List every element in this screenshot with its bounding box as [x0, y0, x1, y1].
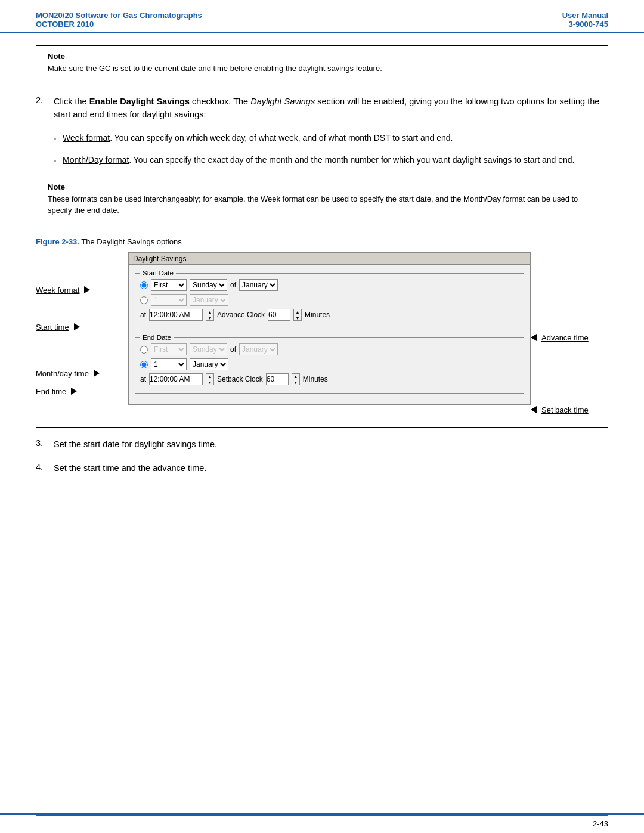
note-box-1: Note Make sure the GC is set to the curr… [36, 45, 608, 82]
advance-time-label-row: Advance time [531, 330, 608, 345]
start-radio-1[interactable] [140, 281, 148, 289]
bullet-text-1: Week format. You can specify on which we… [63, 132, 453, 144]
dialog-box: Daylight Savings Start Date First Su [128, 252, 531, 405]
end-january-select-2[interactable]: January [190, 358, 228, 370]
start-time-input[interactable] [149, 309, 203, 321]
bullet-underline-2: Month/Day format [63, 155, 129, 165]
advance-up[interactable]: ▲ [294, 309, 301, 315]
advance-time-arrow [531, 334, 537, 341]
main-content: Note Make sure the GC is set to the curr… [0, 33, 644, 498]
advance-spinner[interactable]: ▲ ▼ [293, 309, 302, 321]
end-time-spinner[interactable]: ▲ ▼ [206, 373, 214, 385]
step-3-text: Set the start date for daylight savings … [54, 438, 217, 451]
bullet-underline-1: Week format [63, 133, 110, 143]
page: MON20/20 Software for Gas Chromatographs… [0, 0, 644, 833]
week-format-label: Week format [36, 286, 79, 295]
week-format-arrow [84, 286, 90, 293]
bullet-list: · Week format. You can specify on which … [54, 132, 608, 169]
dialog-center: Daylight Savings Start Date First Su [128, 252, 531, 405]
at-text-start: at [140, 311, 146, 319]
start-time-up[interactable]: ▲ [206, 309, 213, 315]
left-labels: Week format Start time Month/day time [36, 252, 128, 399]
end-january-select: January [239, 343, 278, 355]
bullet-item-1: · Week format. You can specify on which … [54, 132, 608, 147]
minutes-label-end: Minutes [303, 375, 328, 383]
end-radio-1[interactable] [140, 346, 148, 354]
note-text-1: Make sure the GC is set to the current d… [48, 63, 596, 75]
end-1-select[interactable]: 1 [151, 358, 187, 370]
month-day-label: Month/day time [36, 369, 89, 378]
step-3-number: 3. [36, 438, 49, 451]
bullet-dot-1: · [54, 131, 57, 147]
setback-spinner[interactable]: ▲ ▼ [292, 373, 300, 385]
setback-clock-label: Setback Clock [217, 375, 263, 383]
figure-caption: Figure 2-33. The Daylight Savings option… [36, 237, 608, 246]
at-text-end: at [140, 375, 146, 383]
advance-minutes-input[interactable] [268, 309, 290, 321]
bullet-item-2: · Month/Day format. You can specify the … [54, 154, 608, 169]
page-footer: 2-43 [0, 813, 644, 833]
page-header: MON20/20 Software for Gas Chromatographs… [0, 0, 644, 33]
header-sub-left: OCTOBER 2010 [36, 20, 202, 29]
end-radio-2[interactable] [140, 361, 148, 368]
diagram-wrapper: Week format Start time Month/day time [36, 252, 608, 417]
header-left: MON20/20 Software for Gas Chromatographs… [36, 11, 202, 29]
step2-italic: Daylight Savings [250, 97, 315, 106]
start-time-row: at ▲ ▼ Advance Clock ▲ ▼ [140, 309, 519, 321]
step-2-text: Click the Enable Daylight Savings checkb… [54, 95, 608, 122]
start-time-label-row: Start time [36, 319, 128, 335]
note-text-2: These formats can be used interchangeabl… [48, 194, 596, 216]
end-time-row: at ▲ ▼ Setback Clock ▲ ▼ [140, 373, 519, 385]
start-january-select[interactable]: January [239, 279, 278, 291]
step-2-item: 2. Click the Enable Daylight Savings che… [36, 95, 608, 122]
start-time-label: Start time [36, 323, 69, 332]
week-format-label-row: Week format [36, 281, 128, 299]
step-2-number: 2. [36, 95, 49, 122]
step-4-item: 4. Set the start time and the advance ti… [36, 462, 608, 475]
end-time-label-row: End time [36, 383, 128, 399]
spacer-right-1 [531, 345, 608, 402]
minutes-label-start: Minutes [305, 311, 330, 319]
bullet-dot-2: · [54, 153, 57, 169]
month-day-arrow [94, 370, 100, 377]
end-date-fieldset: End Date First Sunday of [135, 334, 524, 394]
step-4-number: 4. [36, 462, 49, 475]
start-radio-2[interactable] [140, 296, 148, 304]
start-january-select-2: January [190, 294, 228, 306]
end-time-label: End time [36, 387, 66, 396]
end-time-input[interactable] [149, 373, 203, 385]
advance-time-label: Advance time [541, 333, 589, 342]
bullet-text-2: Month/Day format. You can specify the ex… [63, 154, 574, 166]
start-time-spinner[interactable]: ▲ ▼ [206, 309, 214, 321]
note-label-1: Note [48, 52, 596, 61]
footer-rule [36, 815, 608, 816]
end-time-up[interactable]: ▲ [206, 374, 213, 380]
start-date-fieldset: Start Date First Sunday of [135, 270, 524, 329]
start-date-row-1: First Sunday of January [140, 279, 519, 291]
page-number: 2-43 [593, 819, 608, 828]
start-time-down[interactable]: ▼ [206, 315, 213, 321]
month-day-label-row: Month/day time [36, 366, 128, 381]
end-date-row-1: First Sunday of January [140, 343, 519, 355]
end-time-down[interactable]: ▼ [206, 380, 213, 386]
header-sub-right: 3-9000-745 [562, 20, 608, 29]
setback-down[interactable]: ▼ [292, 380, 299, 386]
of-text-1: of [230, 281, 236, 289]
dialog-title: Daylight Savings [129, 253, 530, 265]
note-label-2: Note [48, 182, 596, 191]
start-time-arrow [74, 323, 80, 330]
spacer-2 [36, 335, 128, 366]
figure-caption-text: The Daylight Savings options [79, 237, 182, 246]
advance-down[interactable]: ▼ [294, 315, 301, 321]
advance-clock-label: Advance Clock [217, 311, 265, 319]
end-time-arrow [71, 388, 77, 395]
start-sunday-select[interactable]: Sunday [190, 279, 227, 291]
end-date-legend: End Date [140, 334, 174, 341]
start-date-legend: Start Date [140, 270, 176, 277]
setback-up[interactable]: ▲ [292, 374, 299, 380]
setback-minutes-input[interactable] [266, 373, 289, 385]
start-first-select[interactable]: First [151, 279, 187, 291]
header-title-right: User Manual [562, 11, 608, 20]
header-title-left: MON20/20 Software for Gas Chromatographs [36, 11, 202, 20]
start-1-select: 1 [151, 294, 187, 306]
